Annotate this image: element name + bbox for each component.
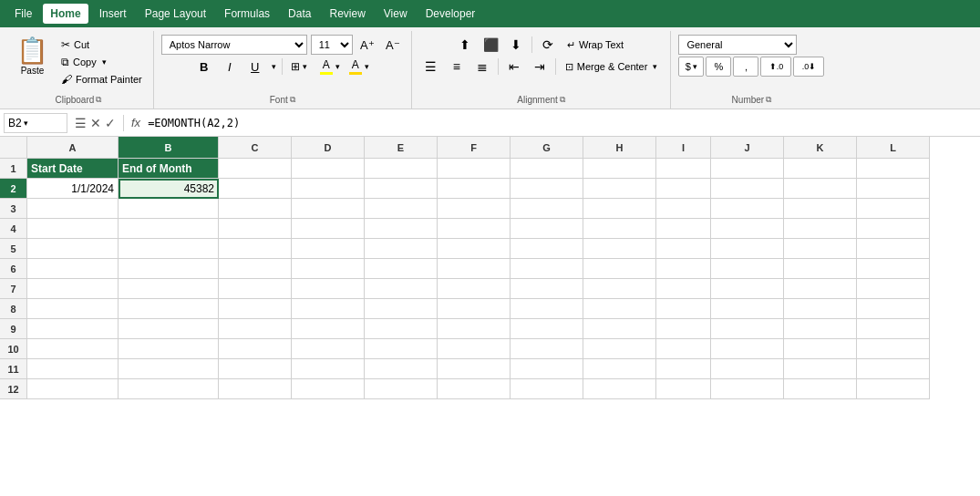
cell-i5[interactable] bbox=[656, 239, 711, 259]
col-header-f[interactable]: F bbox=[438, 137, 511, 159]
formula-confirm-icon[interactable]: ✓ bbox=[105, 116, 116, 130]
cell-i8[interactable] bbox=[656, 299, 711, 319]
cell-h7[interactable] bbox=[583, 279, 656, 299]
row-header-3[interactable]: 3 bbox=[0, 199, 27, 219]
formula-menu-icon[interactable]: ☰ bbox=[75, 116, 87, 130]
cell-h9[interactable] bbox=[583, 319, 656, 339]
cell-k3[interactable] bbox=[784, 199, 857, 219]
cell-a11[interactable] bbox=[27, 359, 119, 379]
cell-i6[interactable] bbox=[656, 259, 711, 279]
cell-d4[interactable] bbox=[292, 219, 365, 239]
cell-c2[interactable] bbox=[219, 179, 292, 199]
cell-c12[interactable] bbox=[219, 379, 292, 399]
cell-d2[interactable] bbox=[292, 179, 365, 199]
underline-button[interactable]: U bbox=[244, 57, 266, 77]
cell-l9[interactable] bbox=[857, 319, 930, 339]
cell-k10[interactable] bbox=[784, 339, 857, 359]
cell-j5[interactable] bbox=[711, 239, 784, 259]
menu-item-developer[interactable]: Developer bbox=[418, 4, 483, 24]
col-header-e[interactable]: E bbox=[365, 137, 438, 159]
cell-b5[interactable] bbox=[119, 239, 219, 259]
decrease-indent-button[interactable]: ⇤ bbox=[502, 57, 526, 77]
cell-k6[interactable] bbox=[784, 259, 857, 279]
col-header-h[interactable]: H bbox=[583, 137, 656, 159]
merge-dropdown[interactable]: ▾ bbox=[653, 62, 657, 71]
cell-b12[interactable] bbox=[119, 379, 219, 399]
align-center-button[interactable]: ≡ bbox=[445, 57, 469, 77]
cell-i2[interactable] bbox=[656, 179, 711, 199]
cell-k11[interactable] bbox=[784, 359, 857, 379]
cell-g5[interactable] bbox=[511, 239, 583, 259]
fill-color-button[interactable]: A ▾ bbox=[317, 57, 343, 77]
menu-item-data[interactable]: Data bbox=[281, 4, 318, 24]
row-header-1[interactable]: 1 bbox=[0, 159, 27, 179]
cell-k2[interactable] bbox=[784, 179, 857, 199]
cell-j6[interactable] bbox=[711, 259, 784, 279]
cell-a1[interactable]: Start Date bbox=[27, 159, 119, 179]
row-header-8[interactable]: 8 bbox=[0, 299, 27, 319]
cell-k12[interactable] bbox=[784, 379, 857, 399]
col-header-c[interactable]: C bbox=[219, 137, 292, 159]
formula-input[interactable] bbox=[148, 113, 976, 133]
cell-d9[interactable] bbox=[292, 319, 365, 339]
cell-f10[interactable] bbox=[438, 339, 511, 359]
cell-c8[interactable] bbox=[219, 299, 292, 319]
font-color-button[interactable]: A ▾ bbox=[346, 57, 372, 77]
cell-a12[interactable] bbox=[27, 379, 119, 399]
formula-cancel-icon[interactable]: ✕ bbox=[90, 116, 101, 130]
format-painter-button[interactable]: 🖌 Format Painter bbox=[57, 71, 146, 88]
cell-l4[interactable] bbox=[857, 219, 930, 239]
cell-b8[interactable] bbox=[119, 299, 219, 319]
cell-i1[interactable] bbox=[656, 159, 711, 179]
decrease-font-size-button[interactable]: A⁻ bbox=[382, 35, 404, 55]
cell-j11[interactable] bbox=[711, 359, 784, 379]
cell-i4[interactable] bbox=[656, 219, 711, 239]
cell-j4[interactable] bbox=[711, 219, 784, 239]
cell-d11[interactable] bbox=[292, 359, 365, 379]
cell-f8[interactable] bbox=[438, 299, 511, 319]
increase-decimal-button[interactable]: ⬆.0 bbox=[760, 57, 791, 77]
menu-item-review[interactable]: Review bbox=[322, 4, 372, 24]
align-bottom-button[interactable]: ⬇ bbox=[504, 35, 528, 55]
row-header-12[interactable]: 12 bbox=[0, 379, 27, 399]
cell-e7[interactable] bbox=[365, 279, 438, 299]
fill-dropdown[interactable]: ▾ bbox=[335, 62, 340, 71]
menu-item-formulas[interactable]: Formulas bbox=[217, 4, 277, 24]
row-header-6[interactable]: 6 bbox=[0, 259, 27, 279]
cell-g10[interactable] bbox=[511, 339, 583, 359]
cell-a10[interactable] bbox=[27, 339, 119, 359]
cell-l3[interactable] bbox=[857, 199, 930, 219]
cell-g11[interactable] bbox=[511, 359, 583, 379]
row-header-9[interactable]: 9 bbox=[0, 319, 27, 339]
cell-i7[interactable] bbox=[656, 279, 711, 299]
bold-button[interactable]: B bbox=[193, 57, 215, 77]
percent-button[interactable]: % bbox=[706, 57, 731, 77]
cell-d5[interactable] bbox=[292, 239, 365, 259]
dollar-button[interactable]: $ ▾ bbox=[678, 57, 704, 77]
menu-item-page layout[interactable]: Page Layout bbox=[138, 4, 213, 24]
cell-g7[interactable] bbox=[511, 279, 583, 299]
cell-h6[interactable] bbox=[583, 259, 656, 279]
col-header-i[interactable]: I bbox=[656, 137, 711, 159]
cell-e1[interactable] bbox=[365, 159, 438, 179]
cell-f9[interactable] bbox=[438, 319, 511, 339]
cell-f2[interactable] bbox=[438, 179, 511, 199]
cell-e4[interactable] bbox=[365, 219, 438, 239]
cell-b10[interactable] bbox=[119, 339, 219, 359]
cell-d10[interactable] bbox=[292, 339, 365, 359]
cell-c9[interactable] bbox=[219, 319, 292, 339]
cell-l1[interactable] bbox=[857, 159, 930, 179]
cell-a8[interactable] bbox=[27, 299, 119, 319]
cell-b9[interactable] bbox=[119, 319, 219, 339]
cell-k5[interactable] bbox=[784, 239, 857, 259]
cell-j10[interactable] bbox=[711, 339, 784, 359]
cell-j8[interactable] bbox=[711, 299, 784, 319]
font-color-dropdown[interactable]: ▾ bbox=[365, 62, 369, 71]
orientation-button[interactable]: ⟳ bbox=[536, 35, 560, 55]
menu-item-file[interactable]: File bbox=[7, 4, 39, 24]
increase-indent-button[interactable]: ⇥ bbox=[528, 57, 552, 77]
cell-l5[interactable] bbox=[857, 239, 930, 259]
dollar-dropdown[interactable]: ▾ bbox=[693, 62, 697, 71]
cell-f6[interactable] bbox=[438, 259, 511, 279]
col-header-g[interactable]: G bbox=[511, 137, 583, 159]
